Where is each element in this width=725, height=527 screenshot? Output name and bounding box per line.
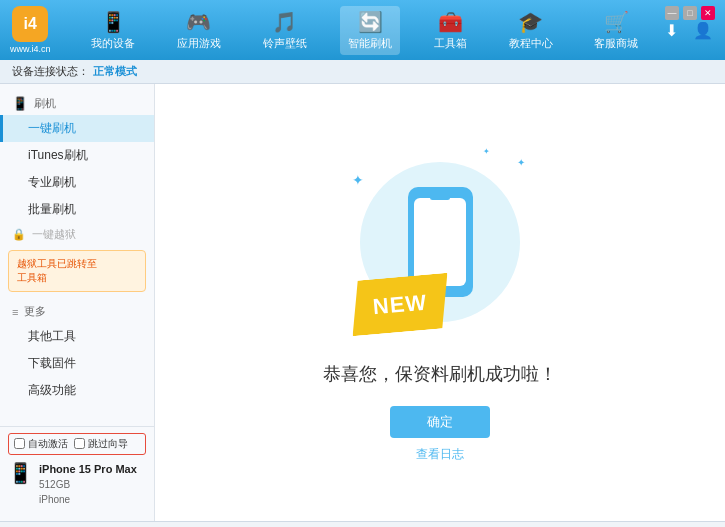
nav-my-device[interactable]: 📱 我的设备 — [83, 6, 143, 55]
my-device-icon: 📱 — [101, 10, 126, 34]
logo-text: www.i4.cn — [10, 44, 51, 54]
status-bar: 设备连接状态： 正常模式 — [0, 60, 725, 84]
phone-notch — [430, 195, 450, 200]
status-value: 正常模式 — [93, 64, 137, 79]
sidebar-jailbreak-disabled: 🔒 一键越狱 — [0, 223, 154, 246]
service-icon: 🛒 — [604, 10, 629, 34]
flash-section-icon: 📱 — [12, 96, 28, 111]
nav-app-game[interactable]: 🎮 应用游戏 — [169, 6, 229, 55]
auto-guide-checkbox[interactable] — [74, 438, 85, 449]
success-message: 恭喜您，保资料刷机成功啦！ — [323, 362, 557, 386]
tutorial-icon: 🎓 — [518, 10, 543, 34]
sidebar-item-itunes[interactable]: iTunes刷机 — [0, 142, 154, 169]
lock-icon: 🔒 — [12, 228, 26, 241]
star-top-icon: ✦ — [483, 147, 490, 156]
device-storage: 512GB — [39, 477, 137, 492]
nav-toolbox[interactable]: 🧰 工具箱 — [426, 6, 475, 55]
notice-text: 越狱工具已跳转至工具箱 — [17, 258, 97, 283]
phone-screen — [414, 198, 466, 286]
log-link[interactable]: 查看日志 — [416, 446, 464, 463]
app-game-icon: 🎮 — [186, 10, 211, 34]
device-type: iPhone — [39, 492, 137, 507]
nav-smart-flash-label: 智能刷机 — [348, 36, 392, 51]
more-label: 更多 — [24, 304, 46, 319]
success-illustration: NEW ✦ ✦ ✦ — [350, 142, 530, 342]
nav-bar: 📱 我的设备 🎮 应用游戏 🎵 铃声壁纸 🔄 智能刷机 🧰 工具箱 🎓 教程中心… — [71, 6, 659, 55]
auto-guide-label[interactable]: 跳过向导 — [74, 437, 128, 451]
more-icon: ≡ — [12, 306, 18, 318]
user-icon: 👤 — [693, 21, 713, 40]
jailbreak-label: 一键越狱 — [32, 227, 76, 242]
one-click-label: 一键刷机 — [28, 121, 76, 135]
other-tools-label: 其他工具 — [28, 329, 76, 343]
auto-activate-label[interactable]: 自动激活 — [14, 437, 68, 451]
confirm-button[interactable]: 确定 — [390, 406, 490, 438]
footer: 阻止iTunes运行 V7.98.66 客服 微信公众号 检查更新 — [0, 521, 725, 527]
sidebar-item-download-fw[interactable]: 下载固件 — [0, 350, 154, 377]
nav-tutorial[interactable]: 🎓 教程中心 — [501, 6, 561, 55]
device-phone-icon: 📱 — [8, 461, 33, 485]
auto-activate-checkbox[interactable] — [14, 438, 25, 449]
device-details: iPhone 15 Pro Max 512GB iPhone — [39, 461, 137, 508]
nav-app-game-label: 应用游戏 — [177, 36, 221, 51]
sidebar-more-header[interactable]: ≡ 更多 — [0, 300, 154, 323]
nav-service-label: 客服商城 — [594, 36, 638, 51]
sidebar-item-batch[interactable]: 批量刷机 — [0, 196, 154, 223]
logo-icon: i4 — [12, 6, 48, 42]
nav-tutorial-label: 教程中心 — [509, 36, 553, 51]
pro-flash-label: 专业刷机 — [28, 175, 76, 189]
notice-box: 越狱工具已跳转至工具箱 — [8, 250, 146, 292]
toolbox-icon: 🧰 — [438, 10, 463, 34]
star-left-icon: ✦ — [352, 172, 364, 188]
download-button[interactable]: ⬇ — [659, 18, 683, 42]
logo[interactable]: i4 www.i4.cn — [10, 6, 51, 54]
batch-label: 批量刷机 — [28, 202, 76, 216]
itunes-label: iTunes刷机 — [28, 148, 88, 162]
auto-options-box: 自动激活 跳过向导 — [8, 433, 146, 455]
main-container: 📱 刷机 一键刷机 iTunes刷机 专业刷机 批量刷机 🔒 一键越狱 越狱工具… — [0, 84, 725, 521]
auto-activate-text: 自动激活 — [28, 437, 68, 451]
nav-toolbox-label: 工具箱 — [434, 36, 467, 51]
device-name: iPhone 15 Pro Max — [39, 461, 137, 478]
sidebar: 📱 刷机 一键刷机 iTunes刷机 专业刷机 批量刷机 🔒 一键越狱 越狱工具… — [0, 84, 155, 521]
ringtone-icon: 🎵 — [272, 10, 297, 34]
device-info: 📱 iPhone 15 Pro Max 512GB iPhone — [8, 461, 146, 508]
advanced-label: 高级功能 — [28, 383, 76, 397]
sidebar-item-other-tools[interactable]: 其他工具 — [0, 323, 154, 350]
download-fw-label: 下载固件 — [28, 356, 76, 370]
star-right-icon: ✦ — [517, 157, 525, 168]
nav-smart-flash[interactable]: 🔄 智能刷机 — [340, 6, 400, 55]
status-label: 设备连接状态： — [12, 64, 89, 79]
download-icon: ⬇ — [665, 21, 678, 40]
device-area: 自动激活 跳过向导 📱 iPhone 15 Pro Max 512GB iPho… — [0, 426, 154, 514]
sidebar-item-advanced[interactable]: 高级功能 — [0, 377, 154, 404]
auto-guide-text: 跳过向导 — [88, 437, 128, 451]
close-button[interactable]: ✕ — [701, 6, 715, 20]
new-badge: NEW — [348, 273, 452, 337]
sidebar-item-pro-flash[interactable]: 专业刷机 — [0, 169, 154, 196]
nav-service[interactable]: 🛒 客服商城 — [586, 6, 646, 55]
new-badge-text: NEW — [372, 289, 428, 320]
nav-my-device-label: 我的设备 — [91, 36, 135, 51]
maximize-button[interactable]: □ — [683, 6, 697, 20]
minimize-button[interactable]: — — [665, 6, 679, 20]
header-right: ⬇ 👤 — [659, 18, 715, 42]
content-area: NEW ✦ ✦ ✦ 恭喜您，保资料刷机成功啦！ 确定 查看日志 — [155, 84, 725, 521]
sidebar-flash-header[interactable]: 📱 刷机 — [0, 92, 154, 115]
nav-ringtone[interactable]: 🎵 铃声壁纸 — [255, 6, 315, 55]
nav-ringtone-label: 铃声壁纸 — [263, 36, 307, 51]
flash-section-label: 刷机 — [34, 96, 56, 111]
header: i4 www.i4.cn 📱 我的设备 🎮 应用游戏 🎵 铃声壁纸 🔄 智能刷机… — [0, 0, 725, 60]
sidebar-item-one-click[interactable]: 一键刷机 — [0, 115, 154, 142]
smart-flash-icon: 🔄 — [358, 10, 383, 34]
user-button[interactable]: 👤 — [691, 18, 715, 42]
